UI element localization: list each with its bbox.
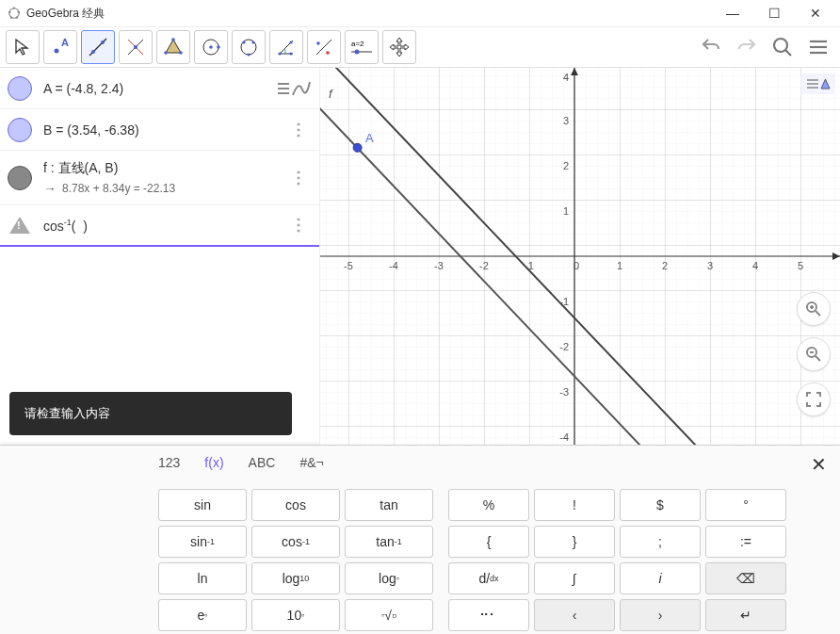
tool-move-view[interactable] bbox=[382, 30, 416, 64]
visibility-toggle[interactable] bbox=[8, 166, 32, 190]
key-imaginary[interactable]: i bbox=[620, 562, 701, 594]
svg-text:-3: -3 bbox=[434, 260, 444, 271]
key-ln[interactable]: ln bbox=[158, 562, 247, 594]
warning-icon bbox=[9, 217, 30, 234]
kb-tab-sym[interactable]: #&¬ bbox=[299, 455, 323, 470]
more-icon[interactable]: ⋯ bbox=[289, 213, 310, 237]
expression-input[interactable]: cos-1( ) bbox=[43, 218, 287, 234]
svg-text:2: 2 bbox=[662, 260, 668, 271]
svg-point-4 bbox=[10, 17, 12, 19]
error-toast: 请检查输入内容 bbox=[9, 392, 292, 435]
key-asin[interactable]: sin-1 bbox=[158, 526, 247, 558]
tool-ellipse[interactable] bbox=[232, 30, 266, 64]
svg-point-9 bbox=[91, 50, 95, 54]
svg-text:2: 2 bbox=[563, 160, 569, 171]
key-atan[interactable]: tan-1 bbox=[345, 526, 433, 558]
svg-text:5: 5 bbox=[798, 260, 803, 271]
keyboard-close-button[interactable]: ✕ bbox=[811, 453, 827, 476]
visibility-toggle[interactable] bbox=[8, 76, 32, 101]
svg-point-1 bbox=[13, 8, 15, 9]
svg-point-20 bbox=[217, 45, 220, 49]
key-right[interactable]: › bbox=[620, 599, 701, 631]
window-close-button[interactable]: ✕ bbox=[795, 0, 836, 26]
svg-text:3: 3 bbox=[563, 115, 569, 126]
key-log10[interactable]: log10 bbox=[251, 562, 340, 594]
key-rbrace[interactable]: } bbox=[534, 526, 615, 558]
tool-angle[interactable] bbox=[269, 30, 303, 64]
svg-text:-3: -3 bbox=[559, 386, 569, 398]
svg-line-76 bbox=[816, 311, 820, 316]
key-ten-power[interactable]: 10▫ bbox=[251, 599, 340, 631]
key-dollar[interactable]: $ bbox=[620, 489, 701, 521]
key-integral[interactable]: ∫ bbox=[534, 562, 615, 594]
undo-button[interactable] bbox=[695, 31, 727, 63]
key-backspace[interactable]: ⌫ bbox=[705, 562, 786, 594]
key-left[interactable]: ‹ bbox=[534, 599, 615, 631]
zoom-out-button[interactable] bbox=[797, 337, 831, 371]
window-maximize-button[interactable]: ☐ bbox=[753, 0, 795, 26]
kb-tab-abc[interactable]: ABC bbox=[249, 455, 276, 470]
key-percent[interactable]: % bbox=[448, 489, 529, 521]
algebra-row-f[interactable]: f : 直线(A, B) →8.78x + 8.34y = -22.13 ⋯ bbox=[0, 151, 319, 205]
svg-marker-74 bbox=[821, 79, 830, 89]
tool-perpendicular[interactable] bbox=[119, 30, 153, 64]
key-degree[interactable]: ° bbox=[705, 489, 786, 521]
svg-text:4: 4 bbox=[563, 72, 569, 83]
svg-line-80 bbox=[816, 356, 820, 361]
key-sin[interactable]: sin bbox=[158, 489, 247, 521]
tool-circle[interactable] bbox=[194, 30, 228, 64]
svg-point-10 bbox=[101, 41, 105, 44]
svg-point-0 bbox=[9, 8, 20, 19]
graphics-view[interactable]: A f -6-5-4 -3-2-1 012 345 1234 -1-2-3-4 bbox=[320, 68, 840, 445]
window-title: GeoGebra 经典 bbox=[26, 6, 105, 22]
svg-point-16 bbox=[179, 51, 183, 55]
svg-point-34 bbox=[774, 39, 787, 52]
key-acos[interactable]: cos-1 bbox=[251, 526, 340, 558]
svg-point-33 bbox=[355, 50, 360, 55]
key-dots[interactable]: ⠒⠂ bbox=[448, 599, 529, 631]
svg-point-25 bbox=[278, 52, 281, 55]
svg-point-22 bbox=[242, 41, 245, 43]
more-icon[interactable]: ⋯ bbox=[289, 166, 310, 190]
kb-tab-fx[interactable]: f(x) bbox=[204, 455, 223, 470]
svg-point-29 bbox=[316, 41, 320, 45]
key-factorial[interactable]: ! bbox=[534, 489, 615, 521]
svg-point-50 bbox=[353, 143, 362, 152]
key-tan[interactable]: tan bbox=[345, 489, 433, 521]
algebra-row-A[interactable]: A = (-4.8, 2.4) bbox=[0, 68, 319, 109]
key-semicolon[interactable]: ; bbox=[620, 526, 701, 558]
algebra-input-row[interactable]: cos-1( ) ⋯ bbox=[0, 205, 319, 247]
search-button[interactable] bbox=[767, 31, 799, 63]
svg-point-13 bbox=[134, 45, 137, 49]
key-enter[interactable]: ↵ bbox=[705, 599, 786, 631]
window-minimize-button[interactable]: — bbox=[712, 0, 753, 26]
algebra-row-B[interactable]: B = (3.54, -6.38) ⋯ bbox=[0, 109, 319, 151]
app-logo-icon bbox=[8, 7, 21, 20]
zoom-in-button[interactable] bbox=[797, 292, 831, 326]
key-lbrace[interactable]: { bbox=[448, 526, 529, 558]
hamburger-menu-button[interactable] bbox=[802, 31, 834, 63]
tool-point[interactable]: A bbox=[43, 30, 77, 64]
tool-reflect[interactable] bbox=[307, 30, 341, 64]
key-exp[interactable]: e▫ bbox=[158, 599, 247, 631]
graphics-settings-icon[interactable] bbox=[800, 73, 834, 94]
algebra-mode-icon[interactable] bbox=[274, 78, 312, 99]
redo-button[interactable] bbox=[731, 31, 763, 63]
visibility-toggle[interactable] bbox=[8, 118, 32, 142]
svg-text:A: A bbox=[61, 38, 69, 48]
fullscreen-button[interactable] bbox=[797, 382, 831, 416]
key-assign[interactable]: := bbox=[705, 526, 786, 558]
svg-point-15 bbox=[171, 38, 175, 41]
more-icon[interactable]: ⋯ bbox=[289, 118, 310, 142]
key-derivative[interactable]: d/dx bbox=[448, 562, 529, 594]
svg-point-17 bbox=[164, 51, 168, 55]
svg-text:-1: -1 bbox=[559, 296, 569, 307]
key-logbase[interactable]: log▫ bbox=[345, 562, 433, 594]
tool-move[interactable] bbox=[6, 30, 40, 64]
tool-polygon[interactable] bbox=[156, 30, 190, 64]
kb-tab-123[interactable]: 123 bbox=[158, 455, 180, 470]
tool-line[interactable] bbox=[81, 30, 115, 64]
key-cos[interactable]: cos bbox=[251, 489, 340, 521]
tool-slider[interactable]: a=2 bbox=[345, 30, 379, 64]
key-nth-root[interactable]: ▫√▫ bbox=[345, 599, 433, 631]
